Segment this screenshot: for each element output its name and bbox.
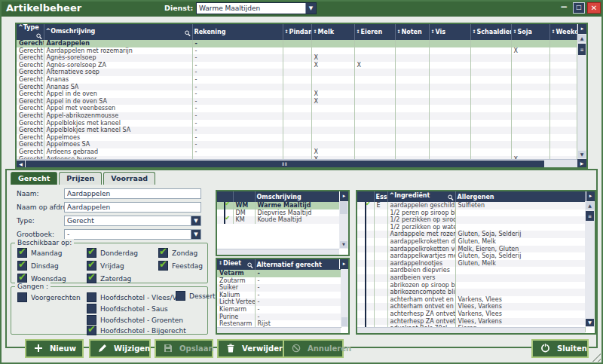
maximize-button[interactable]: □ (573, 2, 585, 14)
ingredient-row[interactable]: abrikozen op siroop blik (357, 282, 585, 289)
horizontal-scrollbar[interactable] (217, 327, 341, 333)
column-options-button[interactable]: ▸ (586, 191, 595, 201)
search-icon[interactable] (448, 194, 454, 201)
column-header-blank[interactable] (217, 191, 233, 202)
checkbox-voorgerechten[interactable]: Voorgerechten (17, 292, 81, 302)
ingredient-row[interactable]: ✔Eaardappelen geschild geSulfieten (357, 202, 585, 210)
nieuw-button[interactable]: Nieuw (25, 339, 84, 358)
checkbox[interactable]: ✔ (87, 248, 96, 258)
checkbox[interactable] (365, 267, 366, 274)
ingredient-row[interactable]: aardappelkwartjes metGluten, Soja, Selde… (357, 252, 585, 260)
meal-type-row[interactable]: DMDiepvries Maaltijd (217, 210, 339, 217)
checkbox[interactable] (365, 310, 366, 318)
checkbox[interactable]: ✔ (224, 202, 225, 210)
scroll-left-button[interactable]: ◀ (17, 161, 25, 167)
table-row[interactable]: GerechtAardappelen met rozemarijn-X (17, 47, 577, 55)
checkbox[interactable]: ✔ (365, 202, 366, 210)
naam-op-afdruk-input[interactable] (64, 202, 201, 213)
checkbox[interactable] (365, 224, 366, 231)
ingredient-row[interactable]: achterhesp ZA ontvet pVlees, Varkens (357, 318, 585, 326)
horizontal-scrollbar[interactable]: ◀ ⦀⦀ (17, 159, 577, 167)
table-row[interactable]: GerechtAgnès-sorelsoep-X (17, 54, 577, 62)
ingredient-row[interactable]: aardappelnootjesGluten, Melk (357, 260, 585, 268)
column-header-omschrijving[interactable]: Omschrijving (255, 191, 339, 202)
checkbox-maandag[interactable]: ✔Maandag (17, 248, 62, 258)
checkbox[interactable]: ✔ (17, 261, 27, 271)
ingredient-row[interactable]: 1/2 perzikken op siroop (357, 216, 585, 224)
tab-prijzen[interactable]: Prijzen (59, 172, 102, 185)
table-row[interactable]: GerechtAnanas SA- (17, 84, 577, 91)
ingredient-row[interactable]: aardbeien diepvries (357, 267, 585, 274)
scroll-up-button[interactable]: ▲ (586, 202, 594, 210)
checkbox[interactable] (365, 282, 366, 289)
column-header-alternatief-gerecht[interactable]: Alternatief gerecht (255, 259, 341, 270)
vertical-scrollbar[interactable]: ▲ ≡ ▼ (585, 201, 595, 327)
meal-type-row[interactable]: ✔WMWarme Maaltijd (217, 202, 339, 210)
column-header-blank[interactable] (357, 191, 374, 202)
column-options-button[interactable]: ▸ (339, 259, 348, 269)
checkbox-donderdag[interactable]: ✔Donderdag (87, 248, 138, 258)
column-header-omschrijving[interactable]: ^Omschrijving (44, 24, 192, 40)
checkbox[interactable] (365, 274, 366, 282)
opslaan-button[interactable]: Opslaan (155, 339, 213, 358)
search-icon[interactable] (247, 262, 253, 269)
vertical-scrollbar[interactable]: ▲ ≡ ▼ (577, 34, 586, 159)
column-header-eieren[interactable]: ↕Eieren (354, 24, 395, 40)
table-row[interactable]: GerechtAppelblokjes met kaneel- (17, 120, 577, 127)
checkbox[interactable] (365, 252, 366, 260)
scroll-thumb[interactable]: ≡ (586, 211, 594, 221)
table-row[interactable]: GerechtAppelmoes SA- (17, 141, 577, 148)
column-header-pindanoten[interactable]: ↕Pindanoten (283, 24, 311, 40)
checkbox[interactable] (17, 292, 27, 302)
diet-row[interactable]: Zoutarm- (217, 277, 341, 285)
diet-row[interactable]: Licht Verteerbaar- (217, 298, 341, 306)
ingredient-row[interactable]: 1/2 perzikken op water (357, 224, 585, 231)
checkbox[interactable] (176, 291, 185, 301)
ingredient-row[interactable]: abrikozencompote blik (357, 289, 585, 296)
ingredient-row[interactable]: achterham ontvet en onVlees, Varkens (357, 303, 585, 310)
checkbox[interactable] (365, 318, 366, 326)
checkbox[interactable]: ✔ (87, 326, 96, 335)
diet-row[interactable]: Purine- (217, 314, 341, 321)
grootboek-select[interactable]: - ▼ (64, 229, 201, 240)
checkbox-hoofdschotel-saus[interactable]: Hoofdschotel - Saus (87, 304, 168, 314)
dienst-select[interactable]: Warme Maaltijden ▼ (196, 2, 317, 14)
wijzigen-button[interactable]: Wijzigen (89, 339, 151, 358)
column-header-ess[interactable]: Ess (374, 191, 387, 202)
checkbox[interactable] (365, 216, 366, 224)
ingredient-row[interactable]: aardbeien vers (357, 274, 585, 282)
scroll-down-button[interactable]: ▼ (578, 151, 586, 158)
checkbox[interactable]: ✔ (158, 248, 168, 258)
verwijderen-button[interactable]: Verwijderen (217, 339, 287, 358)
table-row[interactable]: GerechtAppel-abrikozenmousse- (17, 112, 577, 120)
column-options-button[interactable]: ▸ (577, 24, 586, 34)
column-header-allergenen[interactable]: Allergenen (455, 191, 585, 202)
checkbox[interactable] (365, 289, 366, 296)
table-row[interactable]: GerechtAppel met veenbessen- (17, 105, 577, 112)
checkbox-hoofdschotel-groenten[interactable]: Hoofdschotel - Groenten (87, 315, 183, 325)
table-row[interactable]: GerechtArdeens gebraad-X (17, 148, 577, 156)
type-select[interactable]: Gerecht ▼ (64, 216, 201, 226)
table-row[interactable]: GerechtAppel in de oven SA-X (17, 98, 577, 106)
diet-row[interactable]: Kiemarm- (217, 306, 341, 314)
scroll-down-button[interactable]: ▼ (586, 319, 594, 326)
scroll-thumb[interactable] (341, 317, 347, 326)
table-row[interactable]: GerechtAlternatieve soep- (17, 69, 577, 76)
checkbox-hoofdschotel-vlees-vis[interactable]: Hoofdschotel - Vlees/Vis (87, 292, 182, 302)
column-header-schaaldieren[interactable]: ↕Schaaldieren (470, 24, 511, 40)
checkbox[interactable] (365, 231, 366, 238)
column-header-blank[interactable] (233, 191, 255, 202)
sluiten-button[interactable]: Sluiten (531, 339, 589, 358)
tab-gerecht[interactable]: Gerecht (11, 172, 57, 185)
ingredient-row[interactable]: aardappelkroketten dieGluten, Melk (357, 238, 585, 246)
checkbox[interactable] (365, 210, 366, 217)
checkbox[interactable] (87, 304, 96, 314)
checkbox-dessert[interactable]: Dessert (176, 291, 216, 301)
checkbox[interactable]: ✔ (158, 261, 168, 271)
naam-input[interactable] (64, 188, 201, 199)
chevron-down-icon[interactable]: ▼ (191, 230, 200, 239)
scroll-right-button[interactable]: ▶ (577, 159, 586, 167)
column-header-soja[interactable]: ↕Soja (511, 24, 549, 40)
checkbox[interactable] (365, 238, 366, 246)
checkbox[interactable] (365, 260, 366, 268)
